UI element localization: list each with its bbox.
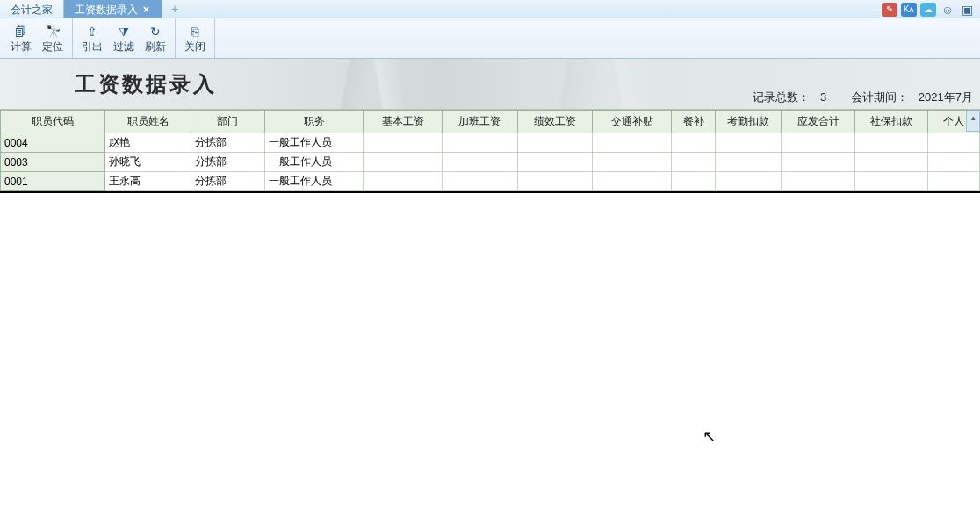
cell-transport[interactable]	[593, 172, 672, 191]
table-row[interactable]: 0004赵艳分拣部一般工作人员	[1, 133, 980, 153]
notification-icon[interactable]: ✎	[882, 3, 897, 17]
vertical-scrollbar[interactable]: ▴	[966, 111, 980, 132]
col-meal[interactable]: 餐补	[672, 111, 716, 133]
cell-base-salary[interactable]	[364, 133, 443, 153]
cell-gross[interactable]	[782, 172, 855, 191]
cell-attendance-deduct[interactable]	[716, 153, 782, 172]
system-tray: ✎ Kᴀ ☁ ☺ ▣	[882, 0, 975, 18]
cell-personal[interactable]	[928, 172, 980, 191]
export-button[interactable]: ⇪ 引出	[76, 19, 108, 58]
cell-gross[interactable]	[782, 153, 855, 172]
refresh-icon: ↻	[150, 24, 161, 39]
close-icon[interactable]: ×	[141, 2, 151, 18]
cell-employee-code[interactable]: 0004	[1, 133, 105, 153]
cell-overtime[interactable]	[443, 133, 518, 153]
col-social-deduct[interactable]: 社保扣款	[854, 111, 928, 133]
cell-role[interactable]: 一般工作人员	[264, 133, 364, 153]
cell-department[interactable]: 分拣部	[191, 153, 265, 172]
close-label: 关闭	[184, 39, 205, 54]
cell-base-salary[interactable]	[364, 153, 443, 172]
cell-transport[interactable]	[593, 133, 672, 153]
col-employee-name[interactable]: 职员姓名	[105, 111, 191, 133]
scroll-up-icon[interactable]: ▴	[967, 111, 979, 124]
cell-meal[interactable]	[672, 133, 716, 153]
cell-performance[interactable]	[517, 133, 593, 153]
cell-meal[interactable]	[672, 172, 716, 191]
feedback-icon[interactable]: ☺	[940, 3, 955, 17]
refresh-button[interactable]: ↻ 刷新	[140, 19, 171, 58]
col-role[interactable]: 职务	[264, 111, 364, 133]
cell-social-deduct[interactable]	[854, 153, 928, 172]
cell-employee-name[interactable]: 赵艳	[105, 133, 191, 153]
cell-personal[interactable]	[928, 153, 980, 172]
export-label: 引出	[82, 39, 103, 54]
tab-home-label: 会计之家	[11, 2, 53, 18]
cell-employee-code[interactable]: 0003	[1, 153, 105, 172]
cell-role[interactable]: 一般工作人员	[264, 153, 364, 172]
col-transport[interactable]: 交通补贴	[593, 111, 672, 133]
cell-overtime[interactable]	[443, 153, 518, 172]
cell-personal[interactable]	[928, 133, 980, 153]
locate-label: 定位	[42, 39, 63, 54]
banner-info: 记录总数：3 会计期间：2021年7月	[731, 90, 973, 105]
calc-label: 计算	[11, 39, 32, 54]
page-title: 工资数据录入	[75, 70, 217, 98]
cell-department[interactable]: 分拣部	[191, 172, 265, 191]
cell-social-deduct[interactable]	[854, 133, 928, 153]
cell-meal[interactable]	[672, 153, 716, 172]
binoculars-icon: 🔭	[46, 24, 61, 39]
col-attendance-deduct[interactable]: 考勤扣款	[716, 111, 782, 133]
cell-role[interactable]: 一般工作人员	[264, 172, 364, 191]
tab-home[interactable]: 会计之家	[0, 0, 64, 18]
cloud-icon[interactable]: ☁	[920, 3, 936, 17]
tabs-bar: 会计之家 工资数据录入 × + ✎ Kᴀ ☁ ☺ ▣	[0, 0, 980, 18]
export-icon: ⇪	[87, 24, 97, 39]
locate-button[interactable]: 🔭 定位	[37, 19, 68, 58]
add-tab-button[interactable]: +	[162, 0, 187, 18]
tab-salary-entry-label: 工资数据录入	[75, 2, 138, 18]
cell-attendance-deduct[interactable]	[716, 172, 782, 191]
calc-button[interactable]: 🗐 计算	[5, 19, 37, 58]
table-row[interactable]: 0003孙晓飞分拣部一般工作人员	[1, 153, 980, 172]
filter-icon: ⧩	[119, 24, 129, 39]
refresh-label: 刷新	[145, 39, 166, 54]
cell-employee-name[interactable]: 孙晓飞	[105, 153, 191, 172]
cell-employee-code[interactable]: 0001	[1, 172, 105, 191]
toolbar: 🗐 计算 🔭 定位 ⇪ 引出 ⧩ 过滤 ↻ 刷新 ⎘ 关闭	[0, 18, 980, 59]
cell-transport[interactable]	[593, 153, 672, 172]
filter-label: 过滤	[113, 39, 134, 54]
cell-base-salary[interactable]	[364, 172, 443, 191]
cell-overtime[interactable]	[443, 172, 518, 191]
cell-department[interactable]: 分拣部	[191, 133, 265, 153]
close-button[interactable]: ⎘ 关闭	[179, 19, 211, 58]
col-base-salary[interactable]: 基本工资	[364, 111, 443, 133]
cell-performance[interactable]	[517, 153, 593, 172]
cell-employee-name[interactable]: 王永高	[105, 172, 191, 191]
cursor-icon: ↖	[703, 427, 716, 446]
message-icon[interactable]: ▣	[959, 3, 975, 17]
cell-attendance-deduct[interactable]	[716, 133, 782, 153]
banner: 工资数据录入 记录总数：3 会计期间：2021年7月	[0, 59, 980, 110]
col-department[interactable]: 部门	[191, 111, 265, 133]
door-icon: ⎘	[191, 24, 198, 39]
ka-icon[interactable]: Kᴀ	[901, 3, 917, 17]
table-row[interactable]: 0001王永高分拣部一般工作人员	[1, 172, 980, 191]
accounting-period: 会计期间：2021年7月	[840, 90, 973, 104]
col-overtime[interactable]: 加班工资	[443, 111, 518, 133]
cell-performance[interactable]	[517, 172, 593, 191]
tab-salary-entry[interactable]: 工资数据录入 ×	[64, 0, 162, 18]
col-performance[interactable]: 绩效工资	[517, 111, 593, 133]
col-gross[interactable]: 应发合计	[782, 111, 855, 133]
grid-header-row: 职员代码 职员姓名 部门 职务 基本工资 加班工资 绩效工资 交通补贴 餐补 考…	[1, 111, 980, 133]
calc-icon: 🗐	[15, 24, 27, 39]
filter-button[interactable]: ⧩ 过滤	[108, 19, 140, 58]
cell-social-deduct[interactable]	[854, 172, 928, 191]
col-employee-code[interactable]: 职员代码	[1, 111, 105, 133]
cell-gross[interactable]	[782, 133, 855, 153]
salary-grid[interactable]: 职员代码 职员姓名 部门 职务 基本工资 加班工资 绩效工资 交通补贴 餐补 考…	[0, 110, 980, 191]
record-count: 记录总数：3	[742, 90, 826, 104]
grid-boundary	[0, 191, 980, 193]
